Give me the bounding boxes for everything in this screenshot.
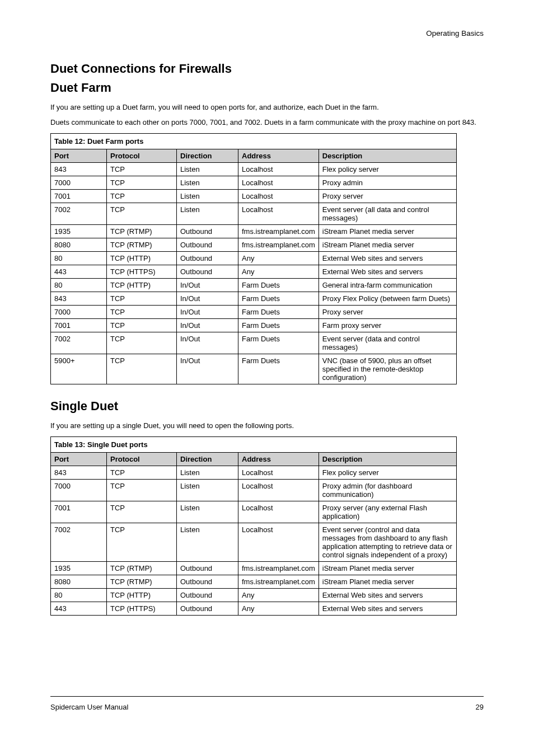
table-row: 443TCP (HTTPS)OutboundAnyExternal Web si…: [51, 265, 457, 279]
table-cell: TCP: [107, 306, 177, 319]
section-subtitle-farm: Duet Farm: [50, 81, 484, 95]
footer-page-number: 29: [476, 703, 484, 711]
table-cell: Proxy admin (for dashboard communication…: [318, 480, 456, 501]
table-cell: fms.istreamplanet.com: [238, 225, 319, 238]
table-cell: In/Out: [177, 354, 238, 384]
table-row: 1935TCP (RTMP)Outboundfms.istreamplanet.…: [51, 562, 457, 575]
table-caption: Table 12: Duet Farm ports: [50, 133, 457, 149]
table-cell: TCP: [107, 523, 177, 562]
table-cell: fms.istreamplanet.com: [238, 562, 319, 575]
table-cell: Listen: [177, 163, 238, 176]
table-cell: TCP: [107, 163, 177, 176]
table-cell: Listen: [177, 480, 238, 501]
table-cell: 843: [51, 292, 107, 306]
table-cell: 7000: [51, 306, 107, 319]
table-cell: Proxy server: [318, 190, 456, 203]
table-cell: Listen: [177, 203, 238, 225]
table-cell: Listen: [177, 523, 238, 562]
table-header-row: Port Protocol Direction Address Descript…: [51, 453, 457, 466]
col-protocol: Protocol: [107, 453, 177, 466]
table-cell: TCP: [107, 332, 177, 354]
table-cell: Proxy server (any external Flash applica…: [318, 501, 456, 523]
table-cell: fms.istreamplanet.com: [238, 238, 319, 252]
table-cell: 5900+: [51, 354, 107, 384]
running-header: Operating Basics: [426, 29, 484, 37]
table-cell: Localhost: [238, 203, 319, 225]
table-cell: TCP (HTTP): [107, 279, 177, 292]
table-cell: TCP: [107, 480, 177, 501]
table-row: 7001TCPIn/OutFarm DuetsFarm proxy server: [51, 319, 457, 332]
footer-rule: [50, 696, 484, 697]
table-duet-farm-ports: Table 12: Duet Farm ports Port Protocol …: [50, 133, 457, 384]
col-address: Address: [238, 149, 319, 163]
intro-paragraph-2: Duets communicate to each other on ports…: [50, 118, 484, 126]
col-address: Address: [238, 453, 319, 466]
table-cell: 443: [51, 265, 107, 279]
table-row: 843TCPListenLocalhostFlex policy server: [51, 163, 457, 176]
table-cell: 843: [51, 163, 107, 176]
table-cell: Outbound: [177, 238, 238, 252]
table-cell: iStream Planet media server: [318, 575, 456, 589]
table-cell: Localhost: [238, 501, 319, 523]
table-row: 843TCPIn/OutFarm DuetsProxy Flex Policy …: [51, 292, 457, 306]
table-cell: Listen: [177, 466, 238, 480]
col-port: Port: [51, 453, 107, 466]
table-cell: In/Out: [177, 319, 238, 332]
table-cell: Outbound: [177, 225, 238, 238]
table-cell: TCP (HTTPS): [107, 265, 177, 279]
col-direction: Direction: [177, 453, 238, 466]
table-cell: Outbound: [177, 575, 238, 589]
table-cell: Outbound: [177, 589, 238, 602]
table-cell: Any: [238, 265, 319, 279]
table-row: 80TCP (HTTP)In/OutFarm DuetsGeneral intr…: [51, 279, 457, 292]
table-cell: 7000: [51, 176, 107, 190]
table-cell: 80: [51, 252, 107, 265]
table-row: 7002TCPListenLocalhostEvent server (all …: [51, 203, 457, 225]
table-row: 843TCPListenLocalhostFlex policy server: [51, 466, 457, 480]
table-row: 7002TCPIn/OutFarm DuetsEvent server (dat…: [51, 332, 457, 354]
table-cell: Localhost: [238, 163, 319, 176]
table-cell: Flex policy server: [318, 466, 456, 480]
table-cell: Farm Duets: [238, 319, 319, 332]
table-cell: Outbound: [177, 602, 238, 616]
table-cell: TCP: [107, 292, 177, 306]
table-cell: TCP (HTTP): [107, 252, 177, 265]
table-cell: 7001: [51, 501, 107, 523]
table-cell: Proxy Flex Policy (between farm Duets): [318, 292, 456, 306]
table-cell: 80: [51, 589, 107, 602]
table-cell: TCP (RTMP): [107, 225, 177, 238]
table-cell: TCP: [107, 501, 177, 523]
table-cell: Localhost: [238, 480, 319, 501]
table-cell: Farm Duets: [238, 332, 319, 354]
table-cell: Proxy admin: [318, 176, 456, 190]
table-cell: TCP: [107, 203, 177, 225]
table-cell: Proxy server: [318, 306, 456, 319]
table-cell: Flex policy server: [318, 163, 456, 176]
section-title-firewalls: Duet Connections for Firewalls: [50, 62, 484, 76]
table-cell: 8080: [51, 238, 107, 252]
table-header-row: Port Protocol Direction Address Descript…: [51, 149, 457, 163]
table-cell: 1935: [51, 225, 107, 238]
table-cell: Localhost: [238, 523, 319, 562]
table-cell: 8080: [51, 575, 107, 589]
table-cell: Event server (data and control messages): [318, 332, 456, 354]
table-caption: Table 13: Single Duet ports: [50, 436, 457, 452]
col-port: Port: [51, 149, 107, 163]
table-row: 7001TCPListenLocalhostProxy server: [51, 190, 457, 203]
table-cell: In/Out: [177, 292, 238, 306]
table-cell: TCP: [107, 176, 177, 190]
single-paragraph: If you are setting up a single Duet, you…: [50, 421, 484, 430]
table-cell: External Web sites and servers: [318, 252, 456, 265]
table-row: 443TCP (HTTPS)OutboundAnyExternal Web si…: [51, 602, 457, 616]
table-cell: 80: [51, 279, 107, 292]
table-cell: Outbound: [177, 252, 238, 265]
table-cell: TCP (HTTPS): [107, 602, 177, 616]
table-row: 7000TCPListenLocalhostProxy admin (for d…: [51, 480, 457, 501]
table-cell: 7002: [51, 203, 107, 225]
table-cell: Farm Duets: [238, 306, 319, 319]
table-single-duet-ports: Table 13: Single Duet ports Port Protoco…: [50, 436, 457, 616]
table-row: 80TCP (HTTP)OutboundAnyExternal Web site…: [51, 589, 457, 602]
table-row: 8080TCP (RTMP)Outboundfms.istreamplanet.…: [51, 238, 457, 252]
table-cell: 443: [51, 602, 107, 616]
table-cell: 7002: [51, 523, 107, 562]
